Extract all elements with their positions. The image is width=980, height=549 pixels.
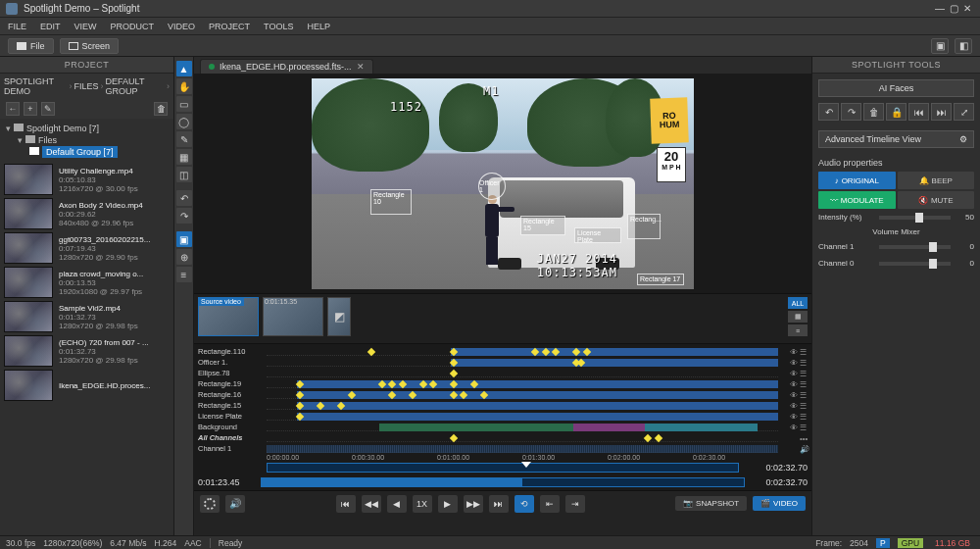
timeline-scrubber[interactable]: [267, 463, 739, 473]
overlay-license-plate[interactable]: License Plate: [574, 227, 621, 243]
overlay-rect17[interactable]: Rectangle 17: [637, 274, 684, 285]
project-nav-buttons: ← + ✎ 🗑: [0, 99, 173, 119]
screen-capture-button[interactable]: Screen: [60, 38, 120, 54]
tool-crop[interactable]: ◫: [176, 167, 192, 182]
status-frame-label: Frame:: [815, 538, 842, 548]
clip-item[interactable]: Sample Vid2.mp40:01:32.731280x720 @ 29.9…: [4, 301, 170, 332]
tree-files[interactable]: ▾Files: [6, 134, 168, 146]
tools-skip-back-button[interactable]: ⏮: [908, 103, 929, 121]
goto-start-button[interactable]: ⏮: [336, 495, 356, 513]
tool-rectangle[interactable]: ▭: [176, 96, 192, 112]
overlay-rect15[interactable]: Rectangle 15: [520, 216, 565, 235]
source-thumbnail[interactable]: Source video: [198, 297, 259, 340]
channel1-slider[interactable]: [879, 245, 951, 249]
track-row: Rectangle.16👁☰: [198, 389, 808, 400]
prev-frame-button[interactable]: ◀: [387, 495, 407, 513]
range-out-button[interactable]: ⇥: [565, 495, 585, 513]
menu-product[interactable]: PRODUCT: [111, 22, 155, 31]
tool-freeform[interactable]: ✎: [176, 131, 192, 147]
tool-pointer[interactable]: ▲: [176, 61, 192, 76]
video-frame[interactable]: ROHUM 20M P H M1 1152 JAN27 2014 10:13:5…: [312, 78, 694, 289]
minimize-button[interactable]: —: [933, 3, 947, 14]
tree-root[interactable]: ▾Spotlight Demo [7]: [6, 123, 168, 134]
nav-back-button[interactable]: ←: [6, 102, 20, 116]
view-list-button[interactable]: ≡: [788, 324, 808, 336]
tool-layers[interactable]: ≡: [176, 267, 192, 282]
tool-spotlight[interactable]: ▣: [176, 231, 192, 247]
view-mode-button[interactable]: ▦: [788, 311, 808, 323]
overlay-rect10[interactable]: Rectangle 10: [370, 189, 412, 215]
status-codec: H.264: [155, 538, 177, 548]
clip-item[interactable]: Axon Body 2 Video.mp40:00:29.62840x480 @…: [4, 198, 170, 229]
menu-view[interactable]: VIEW: [74, 22, 97, 31]
open-file-button[interactable]: File: [8, 38, 54, 54]
tool-redo[interactable]: ↷: [176, 208, 192, 224]
display-settings-button[interactable]: ▣: [931, 38, 949, 54]
clip-item[interactable]: ggt00733_20160202215...0:07:19.431280x72…: [4, 232, 170, 264]
clip-item[interactable]: plaza crowd_moving o...0:00:13.531920x10…: [4, 267, 170, 298]
menu-project[interactable]: PROJECT: [209, 22, 250, 31]
nav-add-button[interactable]: +: [24, 102, 37, 116]
tool-grid[interactable]: ▦: [176, 149, 192, 165]
tools-lock-button[interactable]: 🔒: [886, 103, 906, 121]
goto-end-button[interactable]: ⏭: [489, 495, 509, 513]
overlay-rect1x[interactable]: Rectang...: [627, 214, 661, 239]
intensity-slider[interactable]: [879, 216, 951, 220]
range-in-button[interactable]: ⇤: [540, 495, 560, 513]
tools-expand-button[interactable]: ⤢: [954, 103, 974, 121]
ai-mode-dropdown[interactable]: AI Faces: [818, 79, 974, 97]
tools-delete-button[interactable]: 🗑: [863, 103, 884, 121]
audio-original-button[interactable]: ♪ORIGINAL: [818, 172, 896, 189]
layout-toggle-button[interactable]: ◧: [955, 38, 972, 54]
tools-skip-fwd-button[interactable]: ⏭: [931, 103, 952, 121]
track-row: Rectangle.15👁☰: [198, 400, 808, 411]
advanced-timeline-dropdown[interactable]: Advanced Timeline View⚙: [818, 130, 974, 148]
result-thumbnail[interactable]: 0:01:15.35: [263, 297, 323, 340]
settings-button[interactable]: [200, 495, 220, 513]
loop-button[interactable]: ⟲: [514, 495, 534, 513]
channel0-slider[interactable]: [879, 262, 951, 266]
tool-undo[interactable]: ↶: [176, 190, 192, 206]
clip-item[interactable]: (ECHO) 720 from 007 - ...0:01:32.731280x…: [4, 335, 170, 367]
snapshot-button[interactable]: 📷SNAPSHOT: [675, 496, 747, 511]
tools-redo-button[interactable]: ↷: [841, 103, 861, 121]
total-duration: 0:02:32.70: [751, 477, 808, 487]
close-button[interactable]: ✕: [960, 3, 974, 14]
play-button[interactable]: ▶: [438, 495, 458, 513]
tree-default-group[interactable]: Default Group [7]: [6, 146, 168, 158]
mute-button[interactable]: [225, 495, 245, 513]
step-back-button[interactable]: ◀◀: [362, 495, 381, 513]
maximize-button[interactable]: ▢: [947, 3, 960, 14]
project-panel: PROJECT SPOTLIGHT DEMO› FILES› DEFAULT G…: [0, 57, 174, 535]
menu-video[interactable]: VIDEO: [168, 22, 195, 31]
speed-indicator[interactable]: 1X: [413, 495, 432, 513]
export-video-button[interactable]: 🎬VIDEO: [753, 496, 806, 511]
nav-edit-button[interactable]: ✎: [41, 102, 55, 116]
clip-item[interactable]: Ikena_EDGE.HD.proces...: [4, 370, 170, 401]
crumb-files[interactable]: FILES: [74, 81, 99, 91]
tools-undo-button[interactable]: ↶: [818, 103, 839, 121]
next-frame-button[interactable]: ▶▶: [464, 495, 483, 513]
view-all-button[interactable]: ALL: [788, 297, 808, 309]
editor-tab[interactable]: Ikena_EDGE.HD.processed.fts-...✕: [200, 59, 373, 74]
progress-bar[interactable]: [261, 477, 745, 487]
overlay-officer-circle[interactable]: Officer 1: [478, 173, 506, 200]
add-segment-button[interactable]: ◩: [327, 297, 351, 340]
menu-edit[interactable]: EDIT: [40, 22, 61, 31]
menu-help[interactable]: HELP: [307, 22, 330, 31]
audio-beep-button[interactable]: 🔔BEEP: [898, 172, 975, 189]
tool-ellipse[interactable]: ◯: [176, 114, 192, 129]
clip-item[interactable]: Utility Challenge.mp40:05:10.831216x720 …: [4, 164, 170, 195]
transport-bar: ⏮ ◀◀ ◀ 1X ▶ ▶▶ ⏭ ⟲ ⇤ ⇥ 📷SNAPSHOT 🎬VIDEO: [194, 490, 811, 516]
tool-magnify[interactable]: ⊕: [176, 249, 192, 265]
crumb-root[interactable]: SPOTLIGHT DEMO: [4, 76, 68, 96]
tool-hand[interactable]: ✋: [176, 78, 192, 94]
menu-file[interactable]: FILE: [8, 22, 26, 31]
tab-close-icon[interactable]: ✕: [357, 62, 365, 72]
audio-mute-button[interactable]: 🔇MUTE: [898, 191, 975, 209]
status-bar: 30.0 fps 1280x720(66%) 6.47 Mb/s H.264 A…: [0, 535, 980, 549]
nav-delete-button[interactable]: 🗑: [154, 102, 168, 116]
menu-tools[interactable]: TOOLS: [264, 22, 293, 31]
crumb-group[interactable]: DEFAULT GROUP: [106, 76, 165, 96]
audio-modulate-button[interactable]: 〰MODULATE: [818, 191, 896, 209]
